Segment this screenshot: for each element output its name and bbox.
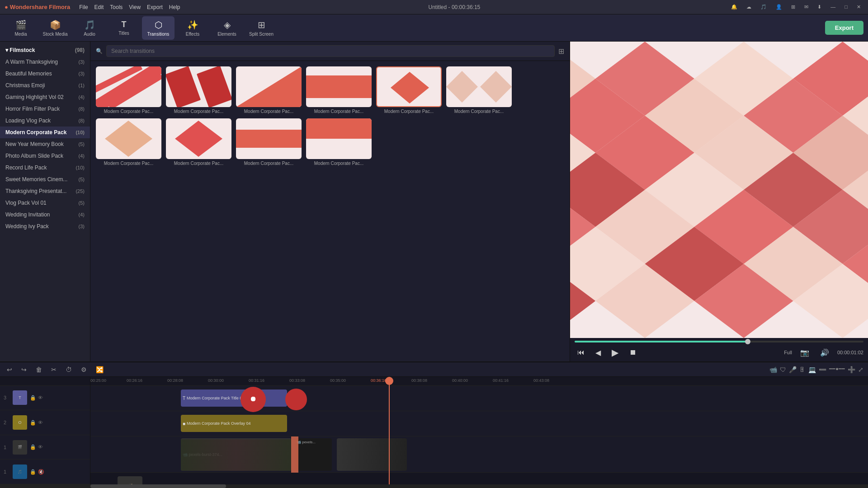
zoom-slider[interactable]: ━━●━━ [829,366,845,373]
stop-button[interactable]: ⏹ [627,347,639,357]
notify-icon[interactable]: ☁ [744,3,754,11]
sidebar-item-vlog-pack[interactable]: Vlog Pack Vol 01 (5) [0,197,90,209]
lock-icon[interactable]: 🔒 [30,395,36,401]
mic-icon[interactable]: 🎤 [789,366,797,373]
transition-label: Modern Corporate Pac... [236,109,302,114]
tool-transitions[interactable]: ⬡ Transitions [142,16,175,40]
sidebar-item-new-year-memory[interactable]: New Year Memory Book (5) [0,138,90,150]
tracks-area[interactable]: 00:25:00 00:26:16 00:28:08 00:30:00 00:3… [90,377,868,484]
timeline-scrollbar[interactable] [0,484,868,488]
transition-item[interactable]: Modern Corporate Pac... [96,66,161,114]
sidebar-count: (3) [79,59,85,65]
camera-icon[interactable]: 📹 [769,366,777,373]
sidebar-item-photo-album[interactable]: Photo Album Slide Pack (4) [0,150,90,162]
fit-icon[interactable]: ⤢ [858,366,863,373]
transition-item[interactable]: Modern Corporate Pac... [306,118,372,166]
grid-icon[interactable]: ✉ [802,3,811,11]
undo-button[interactable]: ↩ [5,365,14,374]
transition-item[interactable]: Modern Corporate Pac... [236,66,302,114]
menu-tools[interactable]: Tools [110,4,123,10]
audio-detach-button[interactable]: 🔀 [94,365,106,374]
settings-button[interactable]: 🔊 [817,347,832,358]
eye-icon[interactable]: 👁 [38,420,43,426]
sidebar-item-thanksgiving[interactable]: Thanksgiving Presentat... (25) [0,185,90,197]
menu-edit[interactable]: Edit [94,4,104,10]
screenshot-button[interactable]: 📷 [797,347,812,358]
step-back-button[interactable]: ⏮ [575,347,587,357]
clip-overlay-04[interactable]: ■ Modern Corporate Pack Overlay 04 [181,415,287,432]
sidebar-item-record-life[interactable]: Record Life Pack (10) [0,162,90,174]
transition-item[interactable]: Modern Corporate Pac... [96,118,161,166]
tool-titles[interactable]: T Titles [108,16,140,40]
speed-button[interactable]: ⏱ [63,365,74,374]
transition-item[interactable]: Modern Corporate Pac... [376,66,442,114]
win-restore[interactable]: ✕ [854,3,863,11]
screen-record-icon[interactable]: 💻 [808,366,816,373]
scroll-thumb[interactable] [90,484,226,488]
win-minimize[interactable]: □ [842,3,850,11]
lock-icon[interactable]: 🔒 [30,420,36,426]
sidebar-item-wedding-ivy[interactable]: Wedding Ivy Pack (3) [0,221,90,232]
mute-icon[interactable]: 🔇 [38,469,44,475]
progress-bar[interactable] [575,341,863,343]
sidebar-item-warm-thanksgiving[interactable]: A Warm Thanksgiving (3) [0,56,90,68]
sidebar-item-horror-film[interactable]: Horror Film Filter Pack (8) [0,103,90,115]
sidebar-item-beautiful-memories[interactable]: Beautiful Memories (3) [0,68,90,80]
sidebar-item-christmas-emoji[interactable]: Christmas Emoji (1) [0,80,90,91]
clip-video-1[interactable]: 📹 pexels-burst-374... [181,438,292,471]
minus-icon[interactable]: ➖ [819,366,826,373]
cloud-icon[interactable]: 🎵 [758,3,769,11]
export-button[interactable]: Export [825,21,863,35]
lock-icon[interactable]: 🔒 [30,444,36,450]
tool-split-screen[interactable]: ⊞ Split Screen [245,16,278,40]
search-input[interactable] [106,45,555,57]
play-button[interactable]: ▶ [609,346,621,359]
play-reverse-button[interactable]: ◀ [593,347,604,358]
tool-elements[interactable]: ◈ Elements [211,16,243,40]
transition-item[interactable]: Modern Corporate Pac... [446,66,512,114]
cut-button[interactable]: ✂ [49,365,59,374]
minimize-button[interactable]: 🔔 [728,3,740,11]
eye-icon[interactable]: 👁 [38,444,43,450]
tool-audio[interactable]: 🎵 Audio [73,16,106,40]
transition-item[interactable]: Modern Corporate Pac... [166,118,231,166]
transition-item[interactable]: Modern Corporate Pac... [166,66,231,114]
adjust-button[interactable]: ⚙ [79,365,89,374]
menu-view[interactable]: View [129,4,141,10]
menu-file[interactable]: File [79,4,88,10]
mix-icon[interactable]: 🎚 [799,366,806,373]
download-icon[interactable]: — [828,3,838,11]
transition-label: Modern Corporate Pac... [306,161,372,166]
music-icon[interactable]: 👤 [773,3,785,11]
lock-icon[interactable]: 🔒 [30,469,36,475]
transition-preview-svg [306,66,372,107]
grid-toggle-button[interactable]: ⊞ [558,47,564,56]
ruler-mark: 00:26:16 [127,378,142,383]
plus-icon[interactable]: ➕ [848,366,855,373]
mail-icon[interactable]: ⬇ [815,3,824,11]
sidebar-item-modern-corporate[interactable]: Modern Corporate Pack (10) [0,127,90,138]
clip-video-2[interactable]: 📹 pexels... [296,438,332,471]
user-icon[interactable]: ⊞ [788,3,798,11]
preview-video [570,42,868,338]
preview-time: 00:00:01:02 [837,350,863,355]
sidebar-item-gaming-highlight[interactable]: Gaming Highlight Vol 02 (4) [0,91,90,103]
transition-item[interactable]: Modern Corporate Pac... [236,118,302,166]
transition-item[interactable]: Modern Corporate Pac... [306,66,372,114]
tool-stock-media[interactable]: 📦 Stock Media [39,16,71,40]
clip-video-3[interactable] [337,438,407,471]
sidebar-item-wedding-invitation[interactable]: Wedding Invitation (4) [0,209,90,221]
delete-button[interactable]: 🗑 [33,365,44,374]
progress-handle[interactable] [745,339,750,344]
sidebar-item-sweet-memories[interactable]: Sweet Memories Cinem... (5) [0,174,90,185]
sidebar-header[interactable]: ▾ Filmstock (98) [0,44,90,56]
menu-help[interactable]: Help [169,4,180,10]
redo-button[interactable]: ↪ [19,365,29,374]
clip-audio-mini[interactable]: 🦋 [118,476,142,484]
menu-export[interactable]: Export [147,4,163,10]
sidebar-item-loading-vlog[interactable]: Loading Vlog Pack (8) [0,115,90,127]
tool-effects[interactable]: ✨ Effects [176,16,209,40]
tool-media[interactable]: 🎬 Media [5,16,37,40]
shield-icon[interactable]: 🛡 [780,366,786,373]
eye-icon[interactable]: 👁 [38,395,43,401]
